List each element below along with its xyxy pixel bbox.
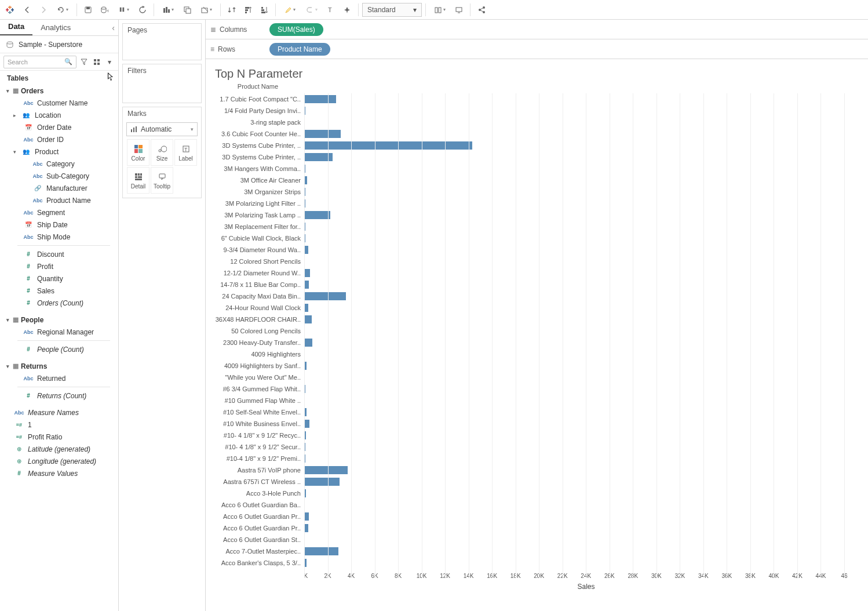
- swap-rows-columns-button[interactable]: [224, 2, 239, 17]
- bar[interactable]: [304, 339, 312, 347]
- sort-descending-button[interactable]: [257, 2, 272, 17]
- marks-type-select[interactable]: Automatic ▾: [126, 122, 198, 136]
- category-label: #10- 4 1/8" x 9 1/2" Secur..: [225, 441, 301, 453]
- share-button[interactable]: [474, 2, 489, 17]
- bar[interactable]: [304, 281, 309, 289]
- bar[interactable]: [304, 246, 308, 254]
- collapse-data-pane-icon[interactable]: ‹: [112, 23, 115, 32]
- presentation-mode-button[interactable]: [451, 2, 466, 17]
- marks-detail-button[interactable]: Detail: [127, 167, 149, 194]
- field-manufacturer[interactable]: 🔗Manufacturer: [0, 182, 118, 194]
- field-order-id[interactable]: AbcOrder ID: [0, 133, 118, 146]
- filter-icon[interactable]: [79, 57, 89, 67]
- chevron-down-icon: ▾: [413, 6, 417, 14]
- fit-select[interactable]: Standard ▾: [362, 3, 422, 17]
- field-segment[interactable]: AbcSegment: [0, 206, 118, 219]
- bar[interactable]: [304, 130, 341, 138]
- columns-shelf[interactable]: ≣Columns SUM(Sales): [206, 20, 868, 39]
- field-sub-category[interactable]: AbcSub-Category: [0, 170, 118, 182]
- field-regional-manager[interactable]: AbcRegional Manager: [0, 326, 118, 338]
- undo-button[interactable]: ▾: [52, 2, 73, 17]
- field-returned[interactable]: AbcReturned: [0, 372, 118, 384]
- bar[interactable]: [304, 269, 310, 277]
- field-sales[interactable]: #Sales: [0, 285, 118, 297]
- new-worksheet-button[interactable]: ▾: [158, 2, 178, 17]
- rows-shelf[interactable]: ≡Rows Product Name: [206, 39, 868, 59]
- datasource-icon: [6, 41, 14, 49]
- field-customer-name[interactable]: AbcCustomer Name: [0, 97, 118, 109]
- field-discount[interactable]: #Discount: [0, 248, 118, 260]
- table-orders[interactable]: ▾▦Orders: [0, 85, 118, 97]
- bar[interactable]: [304, 420, 309, 428]
- svg-rect-25: [261, 9, 264, 11]
- clear-sheet-button[interactable]: ▾: [196, 2, 217, 17]
- tab-data[interactable]: Data: [0, 19, 32, 35]
- field-order-date[interactable]: 📅Order Date: [0, 121, 118, 133]
- plot-area[interactable]: Sales 0K2K4K6K8K10K12K14K16K18K20K22K24K…: [304, 93, 868, 592]
- grid-view-icon[interactable]: [92, 57, 102, 67]
- field-location[interactable]: ▸👥Location: [0, 109, 118, 121]
- category-label: #6 3/4 Gummed Flap Whit..: [223, 383, 301, 395]
- worksheet-title[interactable]: Top N Parameter: [206, 59, 868, 83]
- field-measure-names[interactable]: AbcMeasure Names: [0, 406, 118, 419]
- bar[interactable]: [304, 478, 340, 486]
- bar[interactable]: [304, 292, 346, 300]
- bar[interactable]: [304, 315, 312, 323]
- table-people[interactable]: ▾▦People: [0, 314, 118, 326]
- field-category[interactable]: AbcCategory: [0, 158, 118, 170]
- columns-pill-sum-sales[interactable]: SUM(Sales): [269, 23, 323, 36]
- save-button[interactable]: [81, 2, 96, 17]
- bar[interactable]: [304, 211, 330, 219]
- group-button[interactable]: ▾: [301, 2, 322, 17]
- bar[interactable]: [304, 141, 472, 150]
- bar[interactable]: [304, 466, 348, 474]
- datasource-row[interactable]: Sample - Superstore: [0, 36, 118, 53]
- search-input[interactable]: Search 🔍: [3, 56, 76, 68]
- pin-button[interactable]: [340, 2, 355, 17]
- label-icon: T: [182, 144, 190, 154]
- field-orders-count-[interactable]: #Orders (Count): [0, 297, 118, 309]
- duplicate-sheet-button[interactable]: [180, 2, 195, 17]
- refresh-button[interactable]: [135, 2, 150, 17]
- show-mark-labels-button[interactable]: T: [323, 2, 338, 17]
- svg-rect-28: [435, 8, 437, 13]
- field-longitude-generated-[interactable]: ⊕Longitude (generated): [0, 455, 118, 467]
- bar[interactable]: [304, 524, 308, 532]
- rows-pill-product-name[interactable]: Product Name: [269, 43, 330, 56]
- field-people-count-[interactable]: #People (Count): [0, 343, 118, 355]
- data-pane-menu-icon[interactable]: ▾: [104, 57, 115, 67]
- field-product[interactable]: ▾👥Product: [0, 146, 118, 158]
- table-returns[interactable]: ▾▦Returns: [0, 360, 118, 372]
- bar[interactable]: [304, 304, 308, 312]
- marks-color-button[interactable]: Color: [127, 139, 149, 166]
- category-label: Acco 7-Outlet Masterpiec..: [225, 545, 301, 557]
- bar[interactable]: [304, 95, 336, 103]
- marks-size-button[interactable]: Size: [151, 139, 173, 166]
- pages-shelf[interactable]: Pages: [122, 23, 202, 60]
- marks-label-button[interactable]: TLabel: [174, 139, 197, 166]
- svg-point-45: [159, 150, 161, 152]
- forward-button[interactable]: [36, 2, 51, 17]
- sort-ascending-button[interactable]: [240, 2, 256, 17]
- marks-tooltip-button[interactable]: Tooltip: [151, 167, 173, 194]
- highlight-button[interactable]: ▾: [279, 2, 300, 17]
- field-quantity[interactable]: #Quantity: [0, 272, 118, 285]
- field-ship-date[interactable]: 📅Ship Date: [0, 219, 118, 231]
- bar[interactable]: [304, 512, 309, 521]
- new-data-source-button[interactable]: +: [97, 2, 112, 17]
- field-profit-ratio[interactable]: =#Profit Ratio: [0, 431, 118, 443]
- field-latitude-generated-[interactable]: ⊕Latitude (generated): [0, 443, 118, 455]
- pause-updates-button[interactable]: ▾: [113, 2, 134, 17]
- svg-rect-16: [168, 9, 170, 13]
- field-ship-mode[interactable]: AbcShip Mode: [0, 231, 118, 243]
- back-button[interactable]: [20, 2, 35, 17]
- show-me-cards-button[interactable]: ▾: [429, 2, 450, 17]
- tab-analytics[interactable]: Analytics: [32, 20, 79, 35]
- filters-shelf[interactable]: Filters: [122, 64, 202, 103]
- field-1[interactable]: =#1: [0, 419, 118, 431]
- field-measure-values[interactable]: #Measure Values: [0, 467, 118, 479]
- bar[interactable]: [304, 547, 338, 555]
- field-profit[interactable]: #Profit: [0, 260, 118, 272]
- field-returns-count-[interactable]: #Returns (Count): [0, 390, 118, 402]
- field-product-name[interactable]: AbcProduct Name: [0, 194, 118, 206]
